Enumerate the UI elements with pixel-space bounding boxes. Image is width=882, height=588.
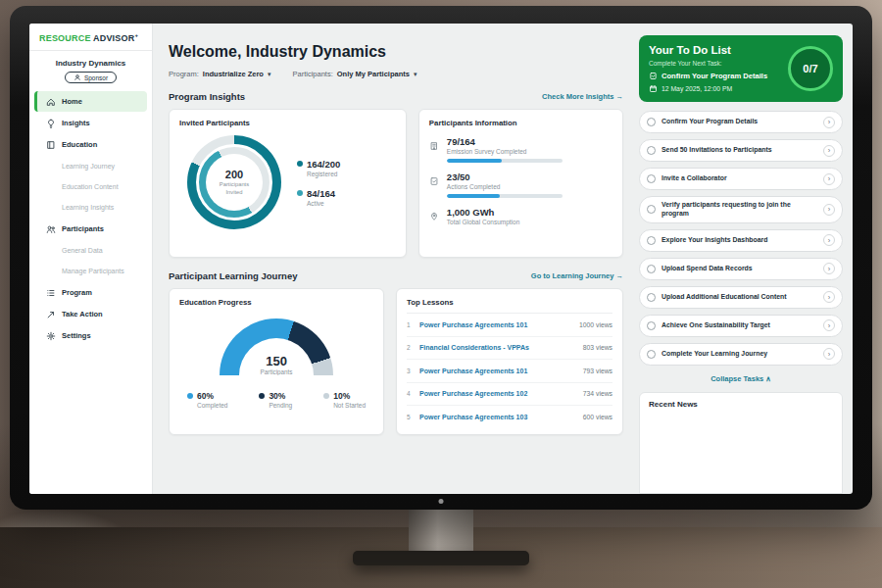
checkbox-icon[interactable] [647,236,656,245]
sidebar-item-education-content[interactable]: Education Content [29,176,152,197]
legend-item-active: 84/164 Active [297,188,340,207]
go-to-learning-journey-link[interactable]: Go to Learning Journey → [531,271,623,280]
sidebar-item-learning-insights[interactable]: Learning Insights [29,197,152,218]
chevron-right-icon: › [823,348,835,360]
chevron-down-icon: ▾ [414,71,417,78]
task-item[interactable]: Send 50 Invitations to Participants › [639,139,843,162]
sponsor-badge[interactable]: Sponsor [65,72,117,83]
collapse-tasks-link[interactable]: Collapse Tasks ∧ [639,374,843,383]
sidebar-subitem-label: Manage Participants [62,268,124,274]
lesson-link[interactable]: Power Purchase Agreements 101 [419,368,583,374]
legend-dot [297,190,303,196]
section-title: Participant Learning Journey [169,270,297,281]
sidebar-item-general-data[interactable]: General Data [29,240,152,261]
checkbox-icon[interactable] [647,174,656,183]
legend-dot [259,393,265,399]
task-item[interactable]: Explore Your Insights Dashboard › [639,229,843,252]
invited-participants-card: Invited Participants 200 ParticipantsInv… [169,109,407,258]
chevron-right-icon: › [823,117,835,128]
recent-news-header[interactable]: Recent News [639,392,843,494]
education-progress-card: Education Progress 150 Participants 60% … [169,288,384,435]
task-item[interactable]: Verify participants requesting to join t… [639,196,843,223]
gauge-center: 150 Participants [220,354,333,375]
task-item[interactable]: Upload Spend Data Records › [639,258,843,280]
donut-center-value: 200 [225,169,243,180]
chevron-down-icon: ▾ [268,71,271,78]
sidebar-item-education[interactable]: Education [34,134,147,155]
monitor-bezel: RESOURCE ADVISOR+ Industry Dynamics Spon… [10,6,872,510]
building-icon [429,136,440,163]
sidebar-subitem-label: Education Content [62,183,119,190]
checkbox-icon[interactable] [647,265,656,273]
todo-task-list: Confirm Your Program Details › Send 50 I… [639,111,843,366]
program-filter-label: Program: [169,70,199,78]
sidebar-item-label: Program [62,288,92,297]
legend-dot [297,161,303,167]
lesson-link[interactable]: Power Purchase Agreements 102 [419,390,583,397]
book-icon [45,139,56,150]
sidebar-item-program[interactable]: Program [34,282,147,303]
arrow-right-icon: → [616,92,624,101]
app-logo: RESOURCE ADVISOR+ [29,32,152,51]
logo-text-secondary: ADVISOR [93,33,134,43]
legend-item-pending: 30% Pending [259,391,292,409]
sidebar: RESOURCE ADVISOR+ Industry Dynamics Spon… [29,24,153,494]
sidebar-item-settings[interactable]: Settings [34,325,147,346]
chevron-right-icon: › [823,319,835,331]
sidebar-item-take-action[interactable]: Take Action [34,304,147,324]
card-title: Top Lessons [407,298,612,314]
list-icon [45,287,56,298]
monitor-stand-base [353,551,529,565]
participants-filter-value: Only My Participants [337,70,410,78]
todo-header-card: Your To Do List Complete Your Next Task:… [639,35,843,102]
task-item[interactable]: Confirm Your Program Details › [639,111,843,133]
checkbox-icon[interactable] [647,118,656,126]
lesson-link[interactable]: Power Purchase Agreements 103 [419,414,583,420]
lesson-link[interactable]: Power Purchase Agreements 101 [419,321,579,328]
sidebar-subitem-label: Learning Journey [62,163,115,170]
sidebar-item-label: Take Action [62,310,103,318]
checkbox-icon[interactable] [647,350,656,359]
check-more-insights-link[interactable]: Check More Insights → [542,92,623,101]
todo-panel: Your To Do List Complete Your Next Task:… [635,24,853,494]
sidebar-nav: Home Insights Education Learning Journey… [29,91,152,346]
task-item[interactable]: Achieve One Sustainability Target › [639,315,843,337]
person-icon [74,74,81,81]
education-gauge: 150 Participants [220,318,333,375]
card-title: Education Progress [179,298,373,307]
sidebar-item-label: Home [62,97,82,106]
section-title: Program Insights [169,91,245,102]
task-item[interactable]: Invite a Collaborator › [639,168,843,190]
sidebar-item-label: Education [62,140,97,149]
task-item[interactable]: Complete Your Learning Journey › [639,343,843,366]
chevron-right-icon: › [823,234,835,246]
participants-information-card: Participants Information 79/164 Emission… [418,109,623,258]
program-insights-cards: Invited Participants 200 ParticipantsInv… [169,109,623,258]
program-filter-value: Industrialize Zero [203,70,264,78]
sidebar-item-manage-participants[interactable]: Manage Participants [29,261,152,281]
lesson-link[interactable]: Financial Considerations - VPPAs [419,344,583,351]
sidebar-item-learning-journey[interactable]: Learning Journey [29,156,152,176]
checkbox-icon[interactable] [647,293,656,302]
stat-emission-survey: 79/164 Emission Survey Completed [429,136,612,163]
participants-filter-dropdown[interactable]: Participants: Only My Participants ▾ [292,70,416,78]
program-filter-dropdown[interactable]: Program: Industrialize Zero ▾ [169,70,270,78]
sidebar-item-participants[interactable]: Participants [34,219,147,239]
donut-center-label: ParticipantsInvited [220,181,249,195]
sidebar-item-home[interactable]: Home [34,91,147,112]
checkbox-icon[interactable] [647,321,656,330]
checkbox-icon[interactable] [647,146,656,155]
chevron-right-icon: › [823,263,835,274]
logo-text-primary: RESOURCE [39,33,91,43]
program-insights-header: Program Insights Check More Insights → [169,91,623,102]
donut-ring-inner: 200 ParticipantsInvited [196,144,272,220]
sidebar-item-insights[interactable]: Insights [34,113,147,133]
legend-item-completed: 60% Completed [187,391,227,409]
map-pin-icon [429,207,440,225]
checkbox-icon[interactable] [647,205,656,214]
filter-bar: Program: Industrialize Zero ▾ Participan… [169,70,623,78]
clipboard-check-icon [649,72,658,80]
legend-dot [323,393,329,399]
task-item[interactable]: Upload Additional Educational Content › [639,286,843,309]
sidebar-item-label: Participants [62,224,104,233]
